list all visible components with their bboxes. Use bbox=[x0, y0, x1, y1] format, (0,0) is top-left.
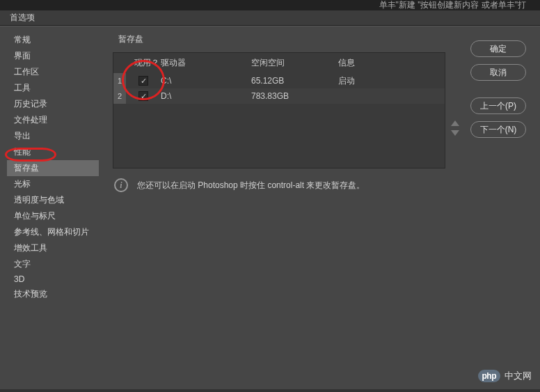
watermark-badge: php bbox=[478, 370, 501, 382]
sidebar-item-label: 性能 bbox=[14, 147, 31, 157]
free-space-cell: 65.12GB bbox=[251, 76, 338, 86]
col-free: 空闲空间 bbox=[251, 57, 338, 69]
sidebar-item-label: 文字 bbox=[14, 259, 31, 269]
content-panel: 暂存盘 现用？ 驱动器 空闲空间 信息 1✓C:\65.12GB启动2✓D:\7… bbox=[99, 26, 470, 389]
table-row[interactable]: 2✓D:\783.83GB bbox=[113, 88, 445, 104]
sidebar-item-label: 界面 bbox=[14, 51, 31, 61]
scratch-disk-table: 现用？ 驱动器 空闲空间 信息 1✓C:\65.12GB启动2✓D:\783.8… bbox=[113, 52, 445, 168]
reorder-arrows bbox=[451, 120, 459, 136]
sidebar-item-label: 增效工具 bbox=[14, 243, 47, 253]
sidebar-item-label: 导出 bbox=[14, 131, 31, 141]
sidebar-item[interactable]: 导出 bbox=[7, 128, 99, 144]
col-drive: 驱动器 bbox=[161, 57, 251, 69]
sidebar-item-label: 光标 bbox=[14, 179, 31, 189]
col-info: 信息 bbox=[338, 57, 445, 69]
info-cell: 启动 bbox=[338, 75, 445, 87]
active-checkbox[interactable]: ✓ bbox=[138, 76, 148, 86]
sidebar-item[interactable]: 历史记录 bbox=[7, 96, 99, 112]
sidebar: 常规界面工作区工具历史记录文件处理导出性能暂存盘光标透明度与色域单位与标尺参考线… bbox=[7, 26, 99, 389]
prev-button[interactable]: 上一个(P) bbox=[470, 97, 526, 114]
checkbox-cell: ✓ bbox=[126, 76, 161, 86]
hint-text: 您还可以在启动 Photoshop 时按住 control-alt 来更改暂存盘… bbox=[137, 180, 365, 191]
row-number: 1 bbox=[113, 73, 126, 88]
sidebar-item-label: 常规 bbox=[14, 35, 31, 45]
table-row[interactable]: 1✓C:\65.12GB启动 bbox=[113, 73, 445, 88]
top-hint-bar: 单丰"新建 "按钮创建新内容 或者单丰"打 bbox=[0, 0, 540, 10]
sidebar-item[interactable]: 暂存盘 bbox=[7, 160, 99, 176]
sidebar-item-label: 参考线、网格和切片 bbox=[14, 227, 89, 237]
checkbox-cell: ✓ bbox=[126, 91, 161, 101]
next-button[interactable]: 下一个(N) bbox=[470, 121, 526, 138]
sidebar-item-label: 工具 bbox=[14, 83, 31, 93]
sidebar-item[interactable]: 文字 bbox=[7, 256, 99, 272]
window-title: 首选项 bbox=[10, 12, 35, 24]
button-column: 确定 取消 上一个(P) 下一个(N) bbox=[470, 26, 540, 389]
sidebar-item[interactable]: 参考线、网格和切片 bbox=[7, 224, 99, 240]
sidebar-item-label: 透明度与色域 bbox=[14, 195, 64, 205]
drive-cell: C:\ bbox=[161, 76, 251, 86]
sidebar-item[interactable]: 增效工具 bbox=[7, 240, 99, 256]
row-number: 2 bbox=[113, 88, 126, 104]
sidebar-item-label: 技术预览 bbox=[14, 289, 47, 299]
sidebar-item-label: 3D bbox=[14, 274, 24, 284]
sidebar-item[interactable]: 文件处理 bbox=[7, 112, 99, 128]
free-space-cell: 783.83GB bbox=[251, 91, 338, 101]
cancel-button[interactable]: 取消 bbox=[470, 64, 526, 81]
table-header-row: 现用？ 驱动器 空闲空间 信息 bbox=[113, 53, 445, 73]
sidebar-item-label: 工作区 bbox=[14, 67, 39, 77]
move-down-icon[interactable] bbox=[451, 130, 459, 136]
window-title-bar: 首选项 bbox=[0, 10, 540, 26]
sidebar-item[interactable]: 单位与标尺 bbox=[7, 208, 99, 224]
watermark-text: 中文网 bbox=[505, 370, 532, 382]
sidebar-item-label: 单位与标尺 bbox=[14, 211, 56, 221]
hint-row: i 您还可以在启动 Photoshop 时按住 control-alt 来更改暂… bbox=[113, 178, 463, 192]
sidebar-item[interactable]: 工具 bbox=[7, 80, 99, 96]
table-empty-area bbox=[113, 104, 445, 168]
sidebar-item[interactable]: 技术预览 bbox=[7, 286, 99, 302]
watermark: php 中文网 bbox=[478, 370, 532, 382]
drive-cell: D:\ bbox=[161, 91, 251, 101]
sidebar-item-label: 暂存盘 bbox=[14, 163, 39, 173]
sidebar-item[interactable]: 工作区 bbox=[7, 64, 99, 80]
active-checkbox[interactable]: ✓ bbox=[138, 91, 148, 101]
sidebar-item[interactable]: 常规 bbox=[7, 32, 99, 48]
sidebar-item[interactable]: 性能 bbox=[7, 144, 99, 160]
sidebar-item[interactable]: 3D bbox=[7, 272, 99, 286]
main-area: 常规界面工作区工具历史记录文件处理导出性能暂存盘光标透明度与色域单位与标尺参考线… bbox=[0, 26, 540, 389]
sidebar-item[interactable]: 界面 bbox=[7, 48, 99, 64]
panel-title: 暂存盘 bbox=[118, 33, 463, 45]
sidebar-item-label: 历史记录 bbox=[14, 99, 47, 109]
ok-button[interactable]: 确定 bbox=[470, 40, 526, 57]
move-up-icon[interactable] bbox=[451, 120, 459, 126]
sidebar-item-label: 文件处理 bbox=[14, 115, 47, 125]
col-active: 现用？ bbox=[126, 57, 161, 69]
info-icon: i bbox=[114, 178, 128, 192]
sidebar-item[interactable]: 光标 bbox=[7, 176, 99, 192]
sidebar-item[interactable]: 透明度与色域 bbox=[7, 192, 99, 208]
